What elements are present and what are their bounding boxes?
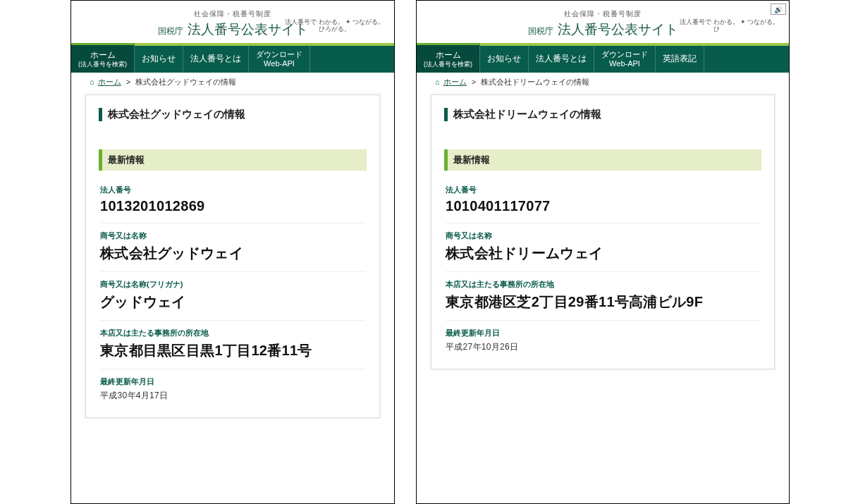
main-nav: ホーム (法人番号を検索) お知らせ 法人番号とは ダウンロード Web-API… [417, 43, 789, 73]
header-subtitle: 社会保障・税番号制度 [427, 9, 779, 19]
breadcrumb-home[interactable]: ホーム [98, 78, 121, 86]
site-header: 社会保障・税番号制度 国税庁 法人番号公表サイト 法人番号で わかる。✦つながる… [417, 1, 789, 43]
breadcrumb: ⌂ ホーム > 株式会社ドリームウェイの情報 [417, 73, 789, 92]
nav-english[interactable]: 英語表記 [656, 46, 704, 73]
nav-download[interactable]: ダウンロード Web-API [249, 46, 310, 73]
info-card: 株式会社グッドウェイの情報 最新情報 法人番号 1013201012869 商号… [85, 94, 380, 418]
label-updated: 最終更新年月日 [100, 376, 365, 387]
card-title: 株式会社ドリームウェイの情報 [444, 108, 761, 121]
label-name: 商号又は名称 [100, 231, 365, 241]
value-number: 1013201012869 [100, 198, 365, 214]
label-updated: 最終更新年月日 [446, 328, 760, 338]
agency-name: 国税庁 [528, 25, 553, 37]
site-header: 社会保障・税番号制度 国税庁 法人番号公表サイト 法人番号で わかる。✦つながる… [71, 1, 394, 43]
label-number: 法人番号 [446, 185, 760, 195]
value-address: 東京都港区芝2丁目29番11号高浦ビル9F [446, 293, 760, 312]
nav-news[interactable]: お知らせ [480, 46, 529, 73]
section-latest: 最新情報 [99, 149, 367, 171]
main-nav: ホーム (法人番号を検索) お知らせ 法人番号とは ダウンロード Web-API [71, 43, 394, 73]
tagline: 法人番号で わかる。✦つながる。 ひろがる。 [285, 19, 384, 33]
nav-about[interactable]: 法人番号とは [183, 46, 249, 73]
field-address: 本店又は主たる事務所の所在地 東京都目黒区目黒1丁目12番11号 [100, 321, 365, 369]
section-latest: 最新情報 [444, 149, 761, 171]
value-name: 株式会社ドリームウェイ [446, 244, 760, 263]
field-number: 法人番号 1013201012869 [100, 178, 365, 223]
value-updated: 平成30年4月17日 [100, 390, 365, 402]
field-updated: 最終更新年月日 平成30年4月17日 [100, 369, 365, 410]
breadcrumb-current: 株式会社グッドウェイの情報 [135, 78, 236, 86]
label-address: 本店又は主たる事務所の所在地 [446, 279, 760, 290]
value-updated: 平成27年10月26日 [446, 341, 760, 353]
breadcrumb-home[interactable]: ホーム [443, 78, 467, 86]
label-number: 法人番号 [100, 185, 365, 195]
label-address: 本店又は主たる事務所の所在地 [100, 328, 365, 338]
field-address: 本店又は主たる事務所の所在地 東京都港区芝2丁目29番11号高浦ビル9F [446, 272, 760, 321]
home-icon: ⌂ [435, 78, 440, 86]
panel-left: 社会保障・税番号制度 国税庁 法人番号公表サイト 法人番号で わかる。✦つながる… [70, 0, 395, 504]
agency-name: 国税庁 [158, 25, 183, 37]
field-updated: 最終更新年月日 平成27年10月26日 [446, 321, 760, 362]
field-name: 商号又は名称 株式会社グッドウェイ [100, 223, 365, 272]
breadcrumb: ⌂ ホーム > 株式会社グッドウェイの情報 [71, 73, 394, 92]
header-subtitle: 社会保障・税番号制度 [81, 9, 384, 19]
card-title: 株式会社グッドウェイの情報 [99, 108, 367, 121]
label-kana: 商号又は名称(フリガナ) [100, 279, 365, 290]
breadcrumb-current: 株式会社ドリームウェイの情報 [481, 78, 589, 86]
site-title: 法人番号公表サイト [558, 20, 678, 39]
value-address: 東京都目黒区目黒1丁目12番11号 [100, 341, 365, 360]
value-name: 株式会社グッドウェイ [100, 244, 365, 263]
nav-home[interactable]: ホーム (法人番号を検索) [417, 43, 480, 73]
field-name: 商号又は名称 株式会社ドリームウェイ [446, 223, 760, 272]
nav-about[interactable]: 法人番号とは [529, 46, 594, 73]
panel-right: 🔊 社会保障・税番号制度 国税庁 法人番号公表サイト 法人番号で わかる。✦つな… [416, 0, 790, 504]
value-number: 1010401117077 [446, 198, 760, 214]
nav-download[interactable]: ダウンロード Web-API [594, 46, 656, 73]
field-number: 法人番号 1010401117077 [446, 178, 760, 223]
field-kana: 商号又は名称(フリガナ) グッドウェイ [100, 272, 365, 321]
nav-home[interactable]: ホーム (法人番号を検索) [71, 43, 135, 73]
value-kana: グッドウェイ [100, 293, 365, 312]
tagline: 法人番号で わかる。✦つながる。 ひ [680, 19, 779, 33]
info-card: 株式会社ドリームウェイの情報 最新情報 法人番号 1010401117077 商… [431, 94, 775, 369]
nav-news[interactable]: お知らせ [135, 46, 183, 73]
label-name: 商号又は名称 [446, 231, 760, 241]
home-icon: ⌂ [90, 78, 94, 86]
